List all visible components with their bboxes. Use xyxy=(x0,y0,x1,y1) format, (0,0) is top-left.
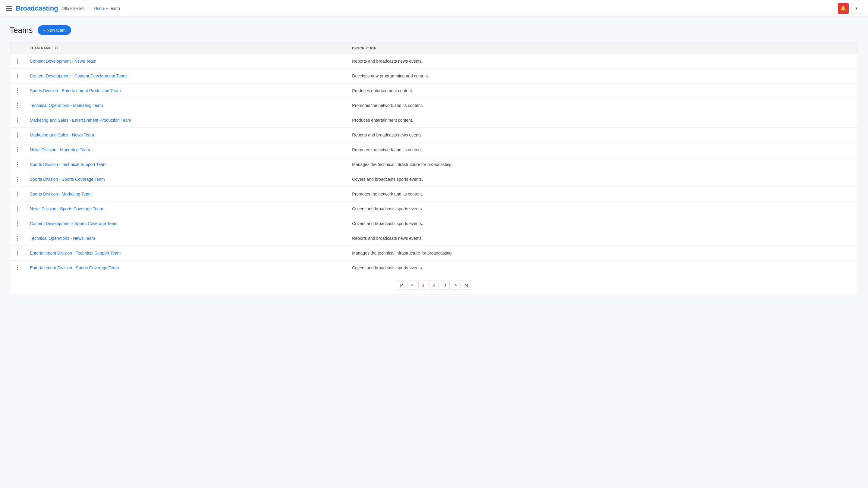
table-row: Sports Division - Marketing TeamPromotes… xyxy=(10,187,858,201)
table-body: Content Development - News TeamReports a… xyxy=(10,54,858,275)
teams-table: TEAM NAME ⊟ DESCRIPTION Content Developm… xyxy=(10,42,858,275)
row-menu-button[interactable] xyxy=(15,72,20,79)
row-team-name: Content Development - News Team xyxy=(25,54,347,69)
breadcrumb-home[interactable]: Home xyxy=(94,6,105,10)
row-menu-cell xyxy=(10,157,25,172)
row-team-name: Marketing and Sales - Entertainment Prod… xyxy=(25,113,347,128)
row-menu-cell xyxy=(10,54,25,69)
row-description: Develops new programming and content. xyxy=(347,69,858,84)
row-description: Produces entertainment content. xyxy=(347,84,858,98)
pagination-next[interactable]: > xyxy=(451,280,461,290)
row-menu-button[interactable] xyxy=(15,102,20,109)
row-description: Covers and broadcasts sports events. xyxy=(347,261,858,275)
row-menu-cell xyxy=(10,69,25,84)
row-description: Manages the technical infrastructure for… xyxy=(347,246,858,261)
row-description: Reports and broadcasts news events. xyxy=(347,231,858,246)
row-menu-button[interactable] xyxy=(15,87,20,94)
team-name-link[interactable]: News Division - Sports Coverage Team xyxy=(30,206,103,211)
row-team-name: Entertainment Division - Sports Coverage… xyxy=(25,261,347,275)
row-menu-cell xyxy=(10,142,25,157)
row-menu-button[interactable] xyxy=(15,131,20,138)
pagination-page-2[interactable]: 2 xyxy=(429,280,439,290)
notification-button[interactable]: 🔔 xyxy=(838,3,849,14)
row-team-name: News Division - Marketing Team xyxy=(25,142,347,157)
table-row: Technical Operations - News TeamReports … xyxy=(10,231,858,246)
row-description: Promotes the network and its content. xyxy=(347,98,858,113)
row-menu-cell xyxy=(10,231,25,246)
team-name-link[interactable]: Content Development - News Team xyxy=(30,59,96,64)
row-menu-cell xyxy=(10,128,25,142)
table-row: Technical Operations - Marketing TeamPro… xyxy=(10,98,858,113)
breadcrumb-current: Teams xyxy=(109,6,121,10)
filter-icon[interactable]: ⊟ xyxy=(55,46,58,50)
table-row: Sports Division - Technical Support Team… xyxy=(10,157,858,172)
row-description: Covers and broadcasts sports events. xyxy=(347,172,858,187)
row-menu-button[interactable] xyxy=(15,190,20,198)
col-menu-header xyxy=(10,42,25,54)
row-menu-button[interactable] xyxy=(15,235,20,242)
page-title: Teams xyxy=(10,26,33,35)
row-menu-button[interactable] xyxy=(15,220,20,227)
row-menu-button[interactable] xyxy=(15,205,20,213)
team-name-link[interactable]: Technical Operations - Marketing Team xyxy=(30,103,103,108)
pagination-prev[interactable]: < xyxy=(407,280,417,290)
team-name-link[interactable]: Marketing and Sales - Entertainment Prod… xyxy=(30,118,131,123)
row-menu-button[interactable] xyxy=(15,161,20,168)
row-team-name: Sports Division - Technical Support Team xyxy=(25,157,347,172)
pagination-page-1[interactable]: 1 xyxy=(418,280,428,290)
bell-icon: 🔔 xyxy=(840,5,846,11)
row-description: Promotes the network and its content. xyxy=(347,142,858,157)
user-dropdown-button[interactable]: ▼ xyxy=(851,3,862,14)
app-header: Broadcasting OfficeSeries Home » Teams 🔔… xyxy=(0,0,868,17)
col-team-name-header: TEAM NAME ⊟ xyxy=(25,42,347,54)
chevron-down-icon: ▼ xyxy=(855,6,858,10)
team-name-link[interactable]: News Division - Marketing Team xyxy=(30,147,90,152)
row-menu-cell xyxy=(10,216,25,231)
team-name-link[interactable]: Sports Division - Sports Coverage Team xyxy=(30,177,105,182)
row-menu-cell xyxy=(10,98,25,113)
row-team-name: Technical Operations - Marketing Team xyxy=(25,98,347,113)
team-name-link[interactable]: Technical Operations - News Team xyxy=(30,236,95,241)
team-name-link[interactable]: Sports Division - Entertainment Producti… xyxy=(30,88,121,93)
row-menu-button[interactable] xyxy=(15,264,20,271)
pagination-page-3[interactable]: 3 xyxy=(440,280,450,290)
team-name-link[interactable]: Entertainment Division - Sports Coverage… xyxy=(30,265,119,270)
page-header: Teams + New team xyxy=(10,25,858,35)
row-menu-cell xyxy=(10,84,25,98)
team-name-link[interactable]: Content Development - Content Developmen… xyxy=(30,73,127,78)
new-team-button[interactable]: + New team xyxy=(38,25,71,35)
row-team-name: Sports Division - Marketing Team xyxy=(25,187,347,201)
team-name-link[interactable]: Sports Division - Technical Support Team xyxy=(30,162,107,167)
hamburger-icon[interactable] xyxy=(6,5,12,11)
row-menu-button[interactable] xyxy=(15,250,20,257)
team-name-link[interactable]: Sports Division - Marketing Team xyxy=(30,192,92,196)
row-team-name: News Division - Sports Coverage Team xyxy=(25,201,347,216)
row-team-name: Content Development - Sports Coverage Te… xyxy=(25,216,347,231)
table-row: Content Development - Content Developmen… xyxy=(10,69,858,84)
row-menu-button[interactable] xyxy=(15,117,20,124)
row-menu-cell xyxy=(10,261,25,275)
team-name-link[interactable]: Entertainment Division - Technical Suppo… xyxy=(30,251,121,255)
team-name-link[interactable]: Marketing and Sales - News Team xyxy=(30,133,94,137)
row-menu-cell xyxy=(10,113,25,128)
table-row: Sports Division - Entertainment Producti… xyxy=(10,84,858,98)
row-menu-button[interactable] xyxy=(15,146,20,153)
pagination-first[interactable]: |< xyxy=(397,280,406,290)
row-description: Manages the technical infrastructure for… xyxy=(347,157,858,172)
row-menu-cell xyxy=(10,172,25,187)
col-description-header: DESCRIPTION xyxy=(347,42,858,54)
header-left: Broadcasting OfficeSeries Home » Teams xyxy=(6,4,838,12)
row-menu-button[interactable] xyxy=(15,175,20,183)
table-row: News Division - Sports Coverage TeamCove… xyxy=(10,201,858,216)
pagination: |< < 1 2 3 > >| xyxy=(10,275,858,295)
breadcrumb: Home » Teams xyxy=(94,6,121,10)
page-content: Teams + New team TEAM NAME ⊟ DESCRIPTION… xyxy=(0,17,868,303)
team-name-link[interactable]: Content Development - Sports Coverage Te… xyxy=(30,221,118,226)
row-team-name: Sports Division - Sports Coverage Team xyxy=(25,172,347,187)
row-menu-button[interactable] xyxy=(15,58,20,65)
table-row: Entertainment Division - Sports Coverage… xyxy=(10,261,858,275)
pagination-last[interactable]: >| xyxy=(462,280,471,290)
table-row: Content Development - News TeamReports a… xyxy=(10,54,858,69)
row-description: Promotes the network and its content. xyxy=(347,187,858,201)
row-team-name: Technical Operations - News Team xyxy=(25,231,347,246)
